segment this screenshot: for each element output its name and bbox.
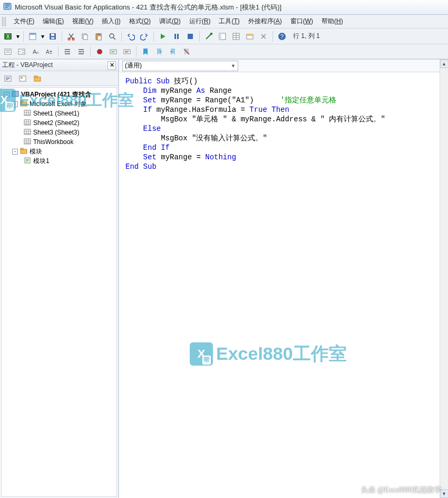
tree-excel-objects-folder[interactable]: − Microsoft Excel 对象	[3, 99, 115, 109]
menu-d[interactable]: 调试(D)	[155, 15, 185, 27]
bookmark-toggle-button[interactable]	[140, 46, 151, 58]
menu-w[interactable]: 窗口(W)	[286, 15, 317, 27]
project-panel-header: 工程 - VBAProject ✕	[0, 60, 118, 71]
content-area: 工程 - VBAProject ✕ − VBAProject (421 查找含 …	[0, 59, 448, 498]
project-explorer-button[interactable]	[217, 31, 228, 42]
dropdown-icon[interactable]: ▾	[41, 31, 45, 42]
tree-label: Sheet2 (Sheet2)	[33, 119, 79, 127]
redo-button[interactable]	[139, 31, 150, 42]
toolbar-separator	[272, 31, 273, 42]
reset-button[interactable]	[184, 31, 196, 42]
vertical-scrollbar[interactable]: ▲ ▼	[440, 60, 448, 498]
tree-label: Sheet1 (Sheet1)	[33, 110, 79, 117]
svg-rect-24	[247, 34, 253, 36]
svg-point-15	[110, 34, 114, 38]
view-code-button[interactable]	[2, 73, 14, 84]
vba-app-icon	[3, 2, 12, 12]
vbaproject-icon	[12, 90, 19, 99]
tree-module-item[interactable]: 模块1	[3, 156, 115, 166]
combo-value: (通用)	[125, 61, 142, 70]
toolbar-separator	[23, 31, 24, 42]
toolbar-separator	[58, 46, 59, 57]
breakpoint-button[interactable]	[94, 46, 105, 58]
design-mode-button[interactable]	[203, 31, 215, 42]
view-excel-button[interactable]: X	[2, 31, 14, 42]
bookmark-clear-button[interactable]	[181, 46, 192, 58]
project-tree[interactable]: − VBAProject (421 查找含 − Microsoft Excel …	[1, 87, 117, 497]
list-properties-button[interactable]	[2, 46, 14, 58]
outdent-button[interactable]	[75, 46, 87, 58]
toggle-folders-button[interactable]	[32, 73, 43, 84]
menu-o[interactable]: 格式(O)	[125, 15, 155, 27]
uncomment-block-button[interactable]	[121, 46, 133, 58]
menu-e[interactable]: 编辑(E)	[38, 15, 68, 27]
svg-rect-13	[97, 33, 100, 35]
toolbox-button[interactable]	[258, 31, 269, 42]
window-title: Microsoft Visual Basic for Applications …	[15, 3, 281, 12]
scroll-up-button[interactable]: ▲	[440, 60, 449, 68]
indent-button[interactable]	[62, 46, 73, 58]
undo-button[interactable]	[125, 31, 137, 42]
tree-label: 模块1	[33, 157, 50, 166]
tree-project-root[interactable]: − VBAProject (421 查找含	[3, 90, 115, 99]
copy-button[interactable]	[79, 31, 91, 42]
close-panel-button[interactable]: ✕	[108, 61, 116, 70]
dropdown-icon[interactable]: ▾	[16, 31, 20, 42]
project-panel-toolbar	[0, 71, 118, 86]
menu-a[interactable]: 外接程序(A)	[244, 15, 286, 27]
bookmark-next-button[interactable]	[153, 46, 165, 58]
view-object-button[interactable]	[17, 73, 28, 84]
svg-text:A±: A±	[46, 49, 53, 55]
menu-f[interactable]: 文件(F)	[9, 15, 38, 27]
expander-minus-icon[interactable]: −	[12, 149, 18, 155]
project-panel-title: 工程 - VBAProject	[2, 61, 53, 70]
break-button[interactable]	[171, 31, 182, 42]
folder-icon	[20, 147, 27, 156]
expander-minus-icon[interactable]: −	[4, 92, 9, 98]
svg-rect-28	[18, 49, 25, 54]
bookmark-prev-button[interactable]	[167, 46, 179, 58]
main-toolbar: X ▾ ▾ ? 行 1, 列 1	[0, 28, 448, 44]
menu-i[interactable]: 插入(I)	[98, 15, 124, 27]
project-explorer-panel: 工程 - VBAProject ✕ − VBAProject (421 查找含 …	[0, 60, 119, 498]
svg-rect-44	[24, 110, 31, 116]
svg-rect-18	[188, 34, 193, 39]
properties-button[interactable]	[230, 31, 242, 42]
toolbar-separator	[153, 31, 154, 42]
svg-rect-34	[110, 50, 116, 54]
svg-rect-11	[83, 35, 87, 40]
module-icon	[24, 157, 31, 166]
parameter-info-button[interactable]: A±	[43, 46, 55, 58]
menu-r[interactable]: 运行(R)	[185, 15, 215, 27]
comment-block-button[interactable]	[108, 46, 119, 58]
menu-v[interactable]: 视图(V)	[68, 15, 98, 27]
save-button[interactable]	[47, 31, 59, 42]
titlebar: Microsoft Visual Basic for Applications …	[0, 0, 448, 15]
cut-button[interactable]	[65, 31, 77, 42]
list-constants-button[interactable]	[16, 46, 27, 58]
tree-sheet-item[interactable]: ThisWorkbook	[3, 137, 115, 147]
svg-rect-27	[5, 49, 11, 54]
object-combo[interactable]: (通用) ▼	[122, 61, 238, 71]
insert-button[interactable]	[27, 31, 38, 42]
svg-rect-40	[34, 76, 37, 78]
tree-sheet-item[interactable]: Sheet2 (Sheet2)	[3, 118, 115, 128]
menu-t[interactable]: 工具(T)	[215, 15, 244, 27]
tree-modules-folder[interactable]: − 模块	[3, 147, 115, 156]
quick-info-button[interactable]: Aa	[30, 46, 41, 58]
expander-minus-icon[interactable]: −	[12, 101, 18, 107]
worksheet-icon	[24, 138, 31, 147]
tree-sheet-item[interactable]: Sheet1 (Sheet1)	[3, 109, 115, 118]
scroll-down-button[interactable]: ▼	[440, 490, 449, 498]
chevron-down-icon: ▼	[231, 63, 236, 69]
code-editor[interactable]: Public Sub 技巧() Dim myRange As Range Set…	[119, 72, 448, 498]
find-button[interactable]	[106, 31, 118, 42]
help-button[interactable]: ?	[276, 31, 288, 42]
paste-button[interactable]	[93, 31, 104, 42]
toolbar-separator	[121, 31, 122, 42]
tree-sheet-item[interactable]: Sheet3 (Sheet3)	[3, 128, 115, 137]
menu-h[interactable]: 帮助(H)	[317, 15, 347, 27]
object-browser-button[interactable]	[244, 31, 256, 42]
svg-rect-49	[21, 148, 23, 150]
run-button[interactable]	[157, 31, 169, 42]
